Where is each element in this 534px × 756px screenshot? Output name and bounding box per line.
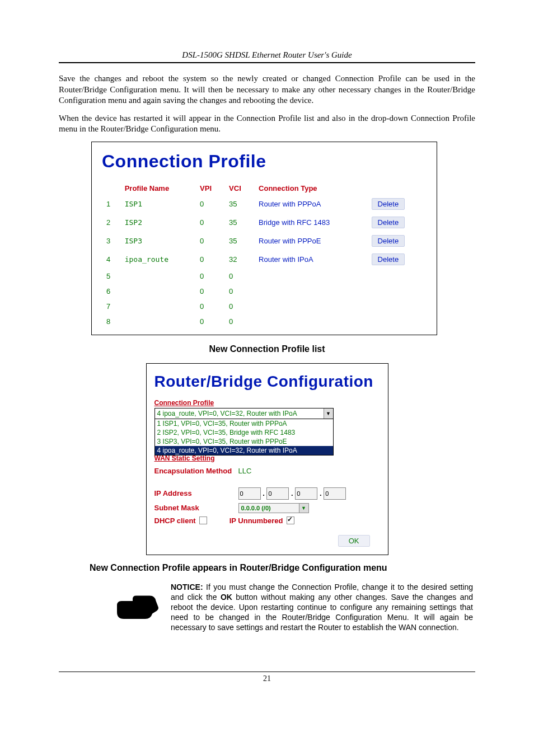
figure2-caption: New Connection Profile appears in Router…	[90, 563, 475, 573]
profile-name: ISP3	[120, 232, 195, 250]
dhcp-client-label: DHCP client	[154, 516, 196, 525]
vci-value: 0	[224, 314, 254, 329]
vpi-value: 0	[195, 250, 224, 269]
delete-button[interactable]: Delete	[372, 253, 405, 265]
vci-value: 0	[224, 269, 254, 284]
delete-button[interactable]: Delete	[372, 198, 405, 210]
table-row: 2 ISP2 0 35 Bridge with RFC 1483 Delete	[102, 213, 427, 232]
dot: .	[320, 489, 322, 497]
dropdown-option[interactable]: 2 ISP2, VPI=0, VCI=35, Bridge with RFC 1…	[155, 428, 333, 437]
ip-octet-4[interactable]	[324, 487, 346, 500]
vpi-value: 0	[195, 232, 224, 250]
vpi-value: 0	[195, 269, 224, 284]
table-row: 1 ISP1 0 35 Router with PPPoA Delete	[102, 195, 427, 213]
connection-type: Router with IPoA	[254, 250, 367, 269]
connection-profile-dropdown[interactable]: 4 ipoa_route, VPI=0, VCI=32, Router with…	[154, 408, 334, 419]
table-row: 8 0 0	[102, 314, 427, 329]
profile-name	[120, 269, 195, 284]
subnet-mask-label: Subnet Mask	[154, 504, 238, 512]
router-bridge-title: Router/Bridge Configuration	[154, 373, 381, 391]
chevron-down-icon: ▼	[299, 504, 308, 513]
dhcp-client-checkbox[interactable]	[199, 516, 207, 524]
col-vci: VCI	[224, 182, 254, 195]
vci-value: 35	[224, 213, 254, 232]
vpi-value: 0	[195, 213, 224, 232]
profile-name: ISP1	[120, 195, 195, 213]
table-row: 6 0 0	[102, 284, 427, 299]
row-index: 6	[102, 284, 120, 299]
subnet-mask-value: 0.0.0.0 (/0)	[241, 505, 271, 511]
profile-name	[120, 284, 195, 299]
doc-header: DSL-1500G SHDSL Ethernet Router User's G…	[59, 50, 475, 60]
profile-name: ISP2	[120, 213, 195, 232]
profile-name	[120, 299, 195, 314]
dot: .	[291, 489, 293, 497]
ip-unnumbered-checkbox[interactable]	[287, 516, 294, 524]
row-index: 5	[102, 269, 120, 284]
subnet-mask-dropdown[interactable]: 0.0.0.0 (/0) ▼	[238, 503, 309, 513]
row-index: 8	[102, 314, 120, 329]
row-index: 7	[102, 299, 120, 314]
connection-profile-panel: Connection Profile Profile Name VPI VCI …	[91, 142, 437, 335]
pointing-hand-icon	[115, 592, 160, 626]
notice-label: NOTICE:	[171, 583, 203, 591]
vpi-value: 0	[195, 195, 224, 213]
table-row: 3 ISP3 0 35 Router with PPPoE Delete	[102, 232, 427, 250]
col-connection-type: Connection Type	[254, 182, 367, 195]
profiles-table: Profile Name VPI VCI Connection Type 1 I…	[102, 182, 427, 329]
row-index: 4	[102, 250, 120, 269]
connection-type: Router with PPPoE	[254, 232, 367, 250]
dropdown-selected: 4 ipoa_route, VPI=0, VCI=32, Router with…	[157, 410, 297, 417]
ok-button[interactable]: OK	[338, 535, 370, 547]
ip-octet-1[interactable]	[238, 487, 261, 500]
row-index: 1	[102, 195, 120, 213]
vci-value: 35	[224, 195, 254, 213]
dropdown-option[interactable]: 1 ISP1, VPI=0, VCI=35, Router with PPPoA	[155, 419, 333, 428]
table-row: 5 0 0	[102, 269, 427, 284]
ip-octet-3[interactable]	[295, 487, 317, 500]
page-number: 21	[59, 674, 475, 683]
connection-type	[254, 299, 367, 314]
router-bridge-panel: Router/Bridge Configuration Connection P…	[146, 363, 388, 555]
paragraph-1: Save the changes and reboot the system s…	[59, 73, 475, 106]
dot: .	[263, 489, 265, 497]
dropdown-option[interactable]: 3 ISP3, VPI=0, VCI=35, Router with PPPoE	[155, 437, 333, 446]
vpi-value: 0	[195, 284, 224, 299]
col-profile-name: Profile Name	[120, 182, 195, 195]
paragraph-2: When the device has restarted it will ap…	[59, 113, 475, 135]
ip-unnumbered-label: IP Unnumbered	[229, 516, 283, 525]
profile-name: ipoa_route	[120, 250, 195, 269]
ok-bold: OK	[221, 593, 232, 602]
vci-value: 32	[224, 250, 254, 269]
wan-static-setting-link[interactable]: WAN Static Setting	[154, 454, 381, 462]
vci-value: 35	[224, 232, 254, 250]
table-row: 7 0 0	[102, 299, 427, 314]
connection-type	[254, 269, 367, 284]
header-rule	[59, 62, 475, 63]
table-header-row: Profile Name VPI VCI Connection Type	[102, 182, 427, 195]
row-index: 2	[102, 213, 120, 232]
vci-value: 0	[224, 299, 254, 314]
ip-octet-2[interactable]	[266, 487, 289, 500]
delete-button[interactable]: Delete	[372, 235, 405, 247]
vpi-value: 0	[195, 299, 224, 314]
profile-name	[120, 314, 195, 329]
ip-address-label: IP Address	[154, 489, 238, 497]
encapsulation-label: Encapsulation Method	[154, 467, 238, 475]
vci-value: 0	[224, 284, 254, 299]
col-vpi: VPI	[195, 182, 224, 195]
encapsulation-value: LLC	[238, 467, 252, 475]
chevron-down-icon: ▼	[324, 408, 333, 419]
vpi-value: 0	[195, 314, 224, 329]
connection-profile-options[interactable]: 1 ISP1, VPI=0, VCI=35, Router with PPPoA…	[154, 419, 334, 456]
connection-type: Router with PPPoA	[254, 195, 367, 213]
table-row: 4 ipoa_route 0 32 Router with IPoA Delet…	[102, 250, 427, 269]
connection-profile-title: Connection Profile	[102, 151, 427, 172]
footer-rule	[59, 672, 475, 672]
connection-type	[254, 314, 367, 329]
notice-text: NOTICE: If you must change the Connectio…	[171, 582, 475, 633]
dropdown-option-selected[interactable]: 4 ipoa_route, VPI=0, VCI=32, Router with…	[155, 446, 333, 455]
delete-button[interactable]: Delete	[372, 217, 405, 228]
connection-type	[254, 284, 367, 299]
connection-profile-link[interactable]: Connection Profile	[154, 399, 214, 407]
